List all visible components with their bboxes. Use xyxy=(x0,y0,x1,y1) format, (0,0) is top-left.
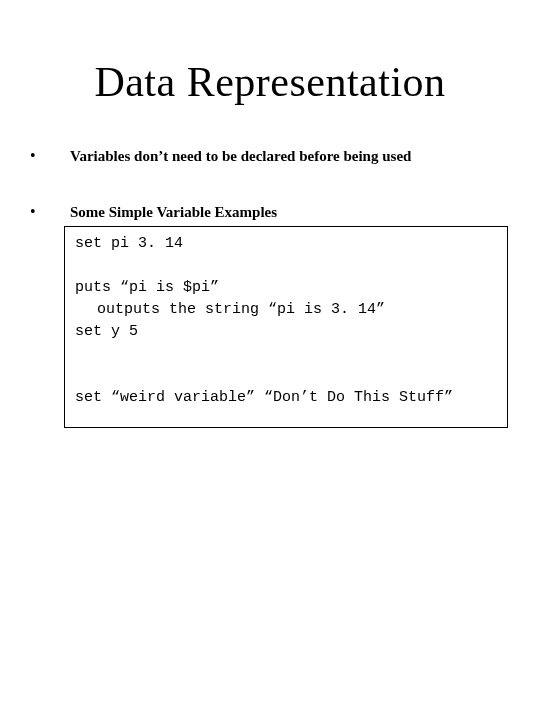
slide-page: Data Representation • Variables don’t ne… xyxy=(0,0,540,720)
bullet-item-1: • Variables don’t need to be declared be… xyxy=(24,146,516,166)
slide-title: Data Representation xyxy=(24,58,516,106)
code-example-box: set pi 3. 14 puts “pi is $pi” outputs th… xyxy=(64,226,508,428)
bullet-item-2: • Some Simple Variable Examples xyxy=(24,202,516,222)
code-line: set y 5 xyxy=(75,321,497,343)
code-line: set “weird variable” “Don’t Do This Stuf… xyxy=(75,387,497,409)
bullet-text-2: Some Simple Variable Examples xyxy=(70,202,277,222)
code-blank-line xyxy=(75,255,497,277)
bullet-dot-icon: • xyxy=(24,202,70,222)
bullet-text-1: Variables don’t need to be declared befo… xyxy=(70,146,411,166)
code-line: outputs the string “pi is 3. 14” xyxy=(75,299,497,321)
code-line: puts “pi is $pi” xyxy=(75,277,497,299)
bullet-dot-icon: • xyxy=(24,146,70,166)
code-line: set pi 3. 14 xyxy=(75,233,497,255)
code-blank-line xyxy=(75,343,497,387)
